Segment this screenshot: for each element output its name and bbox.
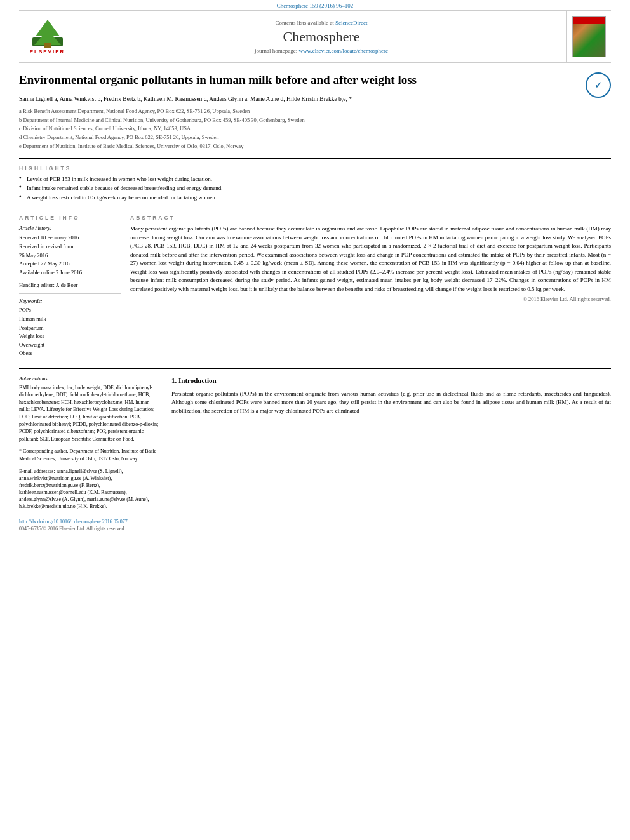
keyword-6: Obese: [19, 349, 121, 358]
journal-thumbnail: [566, 11, 611, 62]
journal-header: ELSEVIER Contents lists available at Sci…: [19, 10, 611, 63]
highlight-1: Levels of PCB 153 in milk increased in w…: [19, 175, 611, 183]
highlight-3: A weight loss restricted to 0.5 kg/week …: [19, 194, 611, 202]
journal-center: Contents lists available at ScienceDirec…: [76, 11, 566, 62]
article-history: Received 18 February 2016 Received in re…: [19, 234, 121, 277]
article-info-heading: ARTICLE INFO: [19, 215, 121, 221]
journal-homepage: journal homepage: www.elsevier.com/locat…: [255, 48, 388, 54]
svg-marker-1: [34, 20, 61, 45]
divider-highlights: [19, 158, 611, 159]
keyword-3: Postpartum: [19, 324, 121, 333]
abstract-text: Many persistent organic pollutants (POPs…: [130, 225, 611, 293]
science-direct-link[interactable]: ScienceDirect: [335, 20, 367, 26]
divider-article-info: [19, 208, 611, 208]
abbreviations-col: Abbreviations: BMI body mass index; bw, …: [19, 375, 159, 533]
email-header: E-mail addresses:: [19, 469, 55, 474]
keywords-list: POPs Human milk Postpartum Weight loss O…: [19, 306, 121, 358]
affiliation-e: e Department of Nutrition, Institute of …: [19, 142, 611, 150]
doi-link[interactable]: http://dx.doi.org/10.1016/j.chemosphere.…: [19, 519, 128, 524]
corresponding-note: * Corresponding author. Department of Nu…: [19, 448, 159, 462]
keyword-1: POPs: [19, 306, 121, 315]
email-section: E-mail addresses: sanna.lignell@slvse (S…: [19, 468, 159, 510]
affiliation-a: a Risk Benefit Assessment Department, Na…: [19, 107, 611, 116]
main-content: Environmental organic pollutants in huma…: [0, 63, 630, 542]
journal-reference: Chemosphere 159 (2016) 96–102: [0, 0, 630, 10]
affiliation-b: b Department of Internal Medicine and Cl…: [19, 116, 611, 124]
keyword-2: Human milk: [19, 315, 121, 324]
affiliations: a Risk Benefit Assessment Department, Na…: [19, 107, 611, 150]
article-history-label: Article history:: [19, 225, 121, 231]
received-date: Received 18 February 2016: [19, 234, 121, 243]
journal-name: Chemosphere: [283, 29, 360, 45]
journal-homepage-link[interactable]: www.elsevier.com/locate/chemosphere: [299, 48, 388, 54]
affiliation-c: c Division of Nutritional Sciences, Corn…: [19, 124, 611, 133]
issn: 0045-6535/© 2016 Elsevier Ltd. All right…: [19, 526, 125, 531]
highlight-2: Infant intake remained stable because of…: [19, 184, 611, 192]
copyright: © 2016 Elsevier Ltd. All rights reserved…: [130, 296, 611, 302]
elsevier-logo: ELSEVIER: [19, 11, 76, 62]
bottom-section: Abbreviations: BMI body mass index; bw, …: [19, 368, 611, 533]
article-title: Environmental organic pollutants in huma…: [19, 72, 611, 88]
highlights-section: HIGHLIGHTS Levels of PCB 153 in milk inc…: [19, 165, 611, 202]
handling-editor: Handling editor: J. de Boer: [19, 282, 121, 288]
cover-image: [572, 16, 606, 57]
intro-heading: 1. Introduction: [171, 375, 611, 386]
received-revised-date: 26 May 2016: [19, 251, 121, 260]
bottom-links: http://dx.doi.org/10.1016/j.chemosphere.…: [19, 518, 159, 533]
crossmark-badge: [586, 72, 611, 98]
abstract-heading: ABSTRACT: [130, 215, 611, 221]
abstract-col: ABSTRACT Many persistent organic polluta…: [130, 215, 611, 358]
intro-col: 1. Introduction Persistent organic pollu…: [171, 375, 611, 533]
top-bar: Chemosphere 159 (2016) 96–102: [0, 0, 630, 10]
received-revised-label: Received in revised form: [19, 243, 121, 251]
keyword-5: Overweight: [19, 341, 121, 350]
article-info-col: ARTICLE INFO Article history: Received 1…: [19, 215, 121, 358]
keyword-4: Weight loss: [19, 332, 121, 341]
affiliation-d: d Chemistry Department, National Food Ag…: [19, 133, 611, 142]
abbreviations-text: BMI body mass index; bw, body weight; DD…: [19, 384, 159, 443]
intro-text: Persistent organic pollutants (POPs) in …: [171, 390, 611, 416]
available-date: Available online 7 June 2016: [19, 269, 121, 277]
article-body: ARTICLE INFO Article history: Received 1…: [19, 215, 611, 358]
accepted-date: Accepted 27 May 2016: [19, 260, 121, 269]
keywords-title: Keywords:: [19, 298, 121, 304]
abbreviations-title: Abbreviations:: [19, 375, 159, 383]
email-list: sanna.lignell@slvse (S. Lignell), anna.w…: [19, 469, 149, 510]
science-direct-text: Contents lists available at ScienceDirec…: [276, 20, 368, 26]
highlights-heading: HIGHLIGHTS: [19, 165, 611, 171]
authors: Sanna Lignell a, Anna Winkvist b, Fredri…: [19, 95, 611, 103]
highlights-list: Levels of PCB 153 in milk increased in w…: [19, 175, 611, 202]
svg-rect-2: [44, 43, 51, 48]
keywords-section: Keywords: POPs Human milk Postpartum Wei…: [19, 298, 121, 358]
elsevier-label: ELSEVIER: [30, 49, 65, 55]
